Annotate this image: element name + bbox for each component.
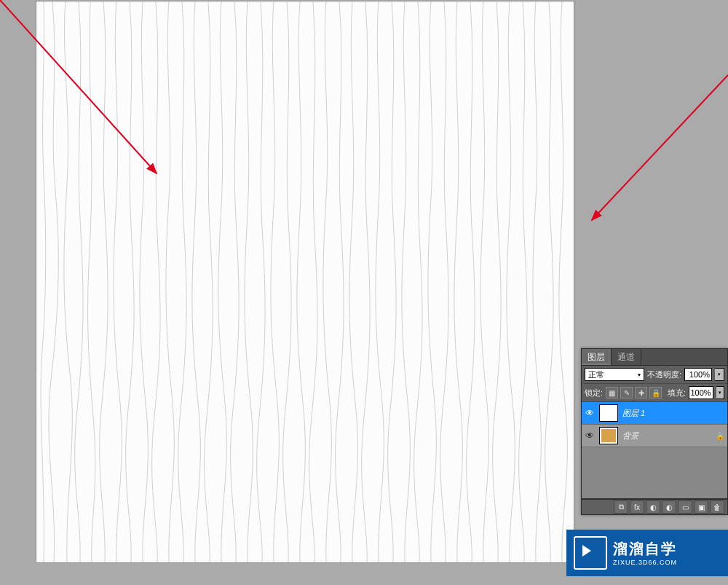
svg-line-1 (592, 75, 728, 220)
fill-dropdown-icon[interactable]: ▾ (716, 386, 724, 399)
panel-footer: ⧉ fx ◐ ◐ ▭ ▣ 🗑 (582, 499, 727, 514)
layer-thumbnail[interactable] (599, 427, 618, 444)
wood-grain-texture (36, 1, 574, 562)
tab-layers[interactable]: 图层 (582, 349, 612, 365)
lock-brush-icon[interactable]: ✎ (620, 387, 633, 398)
lock-buttons: ▦ ✎ ✚ 🔒 (606, 387, 662, 398)
lock-icon: 🔒 (716, 432, 724, 440)
lock-all-icon[interactable]: 🔒 (649, 387, 662, 398)
blend-mode-value: 正常 (588, 369, 604, 380)
link-layers-button[interactable]: ⧉ (614, 500, 628, 514)
play-logo-icon (574, 536, 607, 570)
layer-list: 👁 图层 1 👁 背景 🔒 (582, 402, 727, 447)
lock-label: 锁定: (585, 388, 603, 398)
layer-row-background[interactable]: 👁 背景 🔒 (582, 425, 727, 447)
lock-row: 锁定: ▦ ✎ ✚ 🔒 填充: 100% ▾ (582, 384, 727, 402)
fill-input[interactable]: 100% (689, 386, 713, 399)
panel-empty-area (582, 447, 727, 499)
lock-move-icon[interactable]: ✚ (635, 387, 647, 398)
new-layer-button[interactable]: ▣ (694, 500, 708, 514)
blend-mode-select[interactable]: 正常 ▾ (585, 368, 644, 381)
visibility-toggle-icon[interactable]: 👁 (585, 408, 595, 418)
fill-label: 填充: (668, 388, 686, 398)
blend-row: 正常 ▾ 不透明度: 100% ▾ (582, 366, 727, 384)
delete-layer-button[interactable]: 🗑 (710, 500, 724, 514)
layer-style-button[interactable]: fx (630, 500, 644, 514)
new-group-button[interactable]: ▭ (678, 500, 692, 514)
badge-url: ZIXUE.3D66.COM (613, 559, 677, 567)
layers-panel: 图层 通道 正常 ▾ 不透明度: 100% ▾ 锁定: ▦ ✎ ✚ 🔒 填充: … (581, 348, 728, 515)
layer-name[interactable]: 图层 1 (622, 408, 711, 419)
badge-title: 溜溜自学 (613, 540, 677, 557)
lock-pixels-icon[interactable]: ▦ (606, 387, 618, 398)
watermark-badge: 溜溜自学 ZIXUE.3D66.COM (566, 530, 728, 576)
layer-name[interactable]: 背景 (622, 431, 711, 441)
opacity-label: 不透明度: (647, 369, 681, 380)
visibility-toggle-icon[interactable]: 👁 (585, 431, 595, 441)
layer-mask-button[interactable]: ◐ (646, 500, 660, 514)
tab-channels[interactable]: 通道 (612, 349, 641, 365)
adjustment-layer-button[interactable]: ◐ (662, 500, 676, 514)
layer-thumbnail[interactable] (599, 404, 618, 422)
opacity-input[interactable]: 100% (684, 368, 712, 381)
layer-row-layer1[interactable]: 👁 图层 1 (582, 402, 727, 425)
panel-tabs: 图层 通道 (582, 349, 727, 366)
canvas[interactable] (36, 1, 574, 562)
chevron-down-icon: ▾ (638, 372, 641, 378)
opacity-dropdown-icon[interactable]: ▾ (715, 368, 724, 381)
badge-text: 溜溜自学 ZIXUE.3D66.COM (613, 540, 677, 567)
